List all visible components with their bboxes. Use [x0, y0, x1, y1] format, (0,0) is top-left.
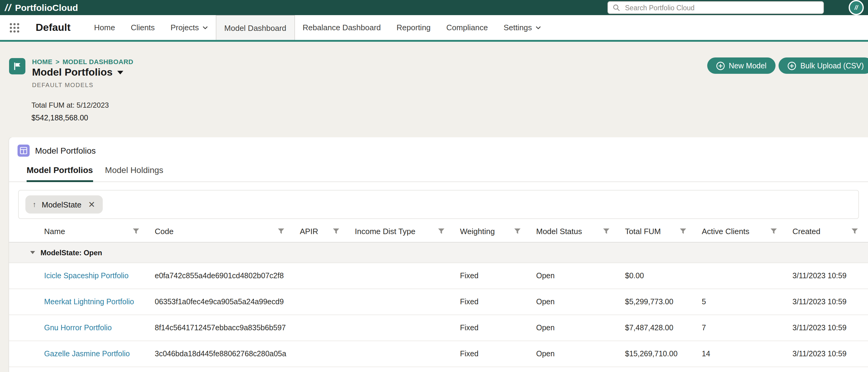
cell-active-clients: 14 [696, 350, 787, 358]
cell-total-fum: $7,487,428.00 [620, 324, 696, 332]
column-header-total-fum[interactable]: Total FUM [620, 220, 696, 242]
filter-funnel-icon[interactable] [438, 227, 445, 235]
page-header: HOME > MODEL DASHBOARD Model Portfolios … [0, 42, 868, 137]
table-row[interactable]: Icicle Spaceship Portfolio e0fa742c855a4… [9, 263, 868, 289]
filter-funnel-icon[interactable] [132, 227, 140, 235]
cell-created: 3/11/2023 10:59 [787, 297, 868, 306]
app-launcher-icon[interactable] [9, 22, 20, 33]
portfolio-link[interactable]: Gazelle Jasmine Portfolio [44, 350, 130, 358]
nav-item-home[interactable]: Home [86, 15, 123, 40]
cell-created: 3/11/2023 10:59 [787, 350, 868, 358]
brand-name: PortfolioCloud [15, 2, 78, 13]
nav-item-label: Home [94, 23, 115, 32]
column-header-income-dist-type[interactable]: Income Dist Type [349, 220, 455, 242]
search-icon [613, 4, 620, 11]
nav-items: Home Clients Projects Model Dashboard Re… [86, 15, 549, 40]
model-dashboard-flag-icon [9, 58, 25, 75]
portfolio-link[interactable]: Meerkat Lightning Portfolio [44, 297, 134, 306]
cell-model-status: Open [531, 271, 620, 280]
breadcrumb-separator: > [56, 58, 60, 65]
search-input[interactable] [624, 3, 818, 12]
card-header: Model Portfolios [9, 137, 868, 157]
title-dropdown-caret-icon[interactable] [117, 71, 123, 75]
cell-code: 06353f1a0fec4e9ca905a5a24a99ecd9 [149, 297, 294, 306]
cell-active-clients: 5 [696, 297, 787, 306]
tab-model-portfolios[interactable]: Model Portfolios [27, 165, 93, 182]
sort-ascending-icon: ↑ [33, 200, 36, 209]
brand-logo[interactable]: // PortfolioCloud [0, 2, 78, 13]
filter-funnel-icon[interactable] [333, 227, 340, 235]
new-model-button[interactable]: New Model [707, 57, 776, 74]
filter-funnel-icon[interactable] [514, 227, 521, 235]
portfolio-link[interactable]: Icicle Spaceship Portfolio [44, 271, 128, 280]
chevron-down-icon [203, 26, 208, 29]
breadcrumb-model-dashboard[interactable]: MODEL DASHBOARD [63, 58, 133, 65]
nav-item-compliance[interactable]: Compliance [438, 15, 496, 40]
sort-chip-label: ModelState [42, 200, 82, 209]
filter-funnel-icon[interactable] [277, 227, 285, 235]
table-row[interactable]: Gnu Horror Portfolio 8f14c5641712457ebba… [9, 315, 868, 341]
nav-item-label: Projects [170, 23, 199, 32]
nav-item-settings[interactable]: Settings [496, 15, 549, 40]
tab-model-holdings[interactable]: Model Holdings [105, 165, 163, 182]
collapse-caret-icon[interactable] [30, 251, 35, 254]
cell-active-clients: 7 [696, 324, 787, 332]
breadcrumb-home[interactable]: HOME [32, 58, 53, 65]
remove-icon[interactable]: ✕ [88, 200, 95, 209]
cell-total-fum: $15,269,710.00 [620, 350, 696, 358]
table-icon [18, 145, 30, 157]
filter-funnel-icon[interactable] [770, 227, 777, 235]
nav-item-projects[interactable]: Projects [163, 15, 216, 40]
column-label: Model Status [536, 227, 582, 236]
column-header-code[interactable]: Code [149, 220, 294, 242]
table-header-row: Name Code APIR Income Dist Type Weightin… [9, 220, 868, 242]
cell-created: 3/11/2023 10:59 [787, 271, 868, 280]
card-title: Model Portfolios [35, 146, 96, 155]
column-label: Active Clients [702, 227, 749, 236]
nav-item-label: Compliance [446, 23, 488, 32]
cell-code: 3c046bda18d445fe88062768c280a05a [149, 350, 294, 358]
filter-funnel-icon[interactable] [679, 227, 687, 235]
add-icon [787, 61, 796, 70]
nav-item-clients[interactable]: Clients [123, 15, 163, 40]
fum-value: $542,188,568.00 [31, 113, 868, 122]
cell-model-status: Open [531, 350, 620, 358]
nav-item-label: Settings [503, 23, 532, 32]
table-row[interactable]: Gazelle Jasmine Portfolio 3c046bda18d445… [9, 341, 868, 367]
filter-funnel-icon[interactable] [851, 227, 858, 235]
cell-model-status: Open [531, 297, 620, 306]
page-subtitle: DEFAULT MODELS [32, 81, 133, 88]
column-label: Weighting [460, 227, 495, 236]
column-label: APIR [300, 227, 318, 236]
nav-item-rebalance-dashboard[interactable]: Rebalance Dashboard [295, 15, 389, 40]
group-label: ModelState: Open [40, 248, 102, 257]
nav-item-reporting[interactable]: Reporting [389, 15, 438, 40]
group-row-modelstate-open[interactable]: ModelState: Open [9, 242, 868, 263]
table-row[interactable]: Meerkat Lightning Portfolio 06353f1a0fec… [9, 289, 868, 315]
column-header-active-clients[interactable]: Active Clients [696, 220, 787, 242]
column-label: Name [44, 227, 65, 236]
column-header-model-status[interactable]: Model Status [531, 220, 620, 242]
nav-item-label: Rebalance Dashboard [303, 23, 381, 32]
sort-chip-modelstate[interactable]: ↑ ModelState ✕ [25, 195, 102, 213]
header-badge-icon[interactable]: // [849, 0, 864, 15]
chevron-down-icon [535, 26, 541, 29]
portfolio-link[interactable]: Gnu Horror Portfolio [44, 324, 112, 332]
column-header-name[interactable]: Name [9, 220, 149, 242]
column-header-apir[interactable]: APIR [294, 220, 349, 242]
cell-total-fum: $5,299,773.00 [620, 297, 696, 306]
cell-weighting: Fixed [455, 297, 531, 306]
column-header-weighting[interactable]: Weighting [455, 220, 531, 242]
nav-item-model-dashboard[interactable]: Model Dashboard [216, 15, 295, 40]
app-window: // PortfolioCloud // Default Home [0, 0, 868, 372]
column-header-created[interactable]: Created [787, 220, 868, 242]
nav-item-label: Model Dashboard [224, 23, 286, 32]
cell-created: 3/11/2023 10:59 [787, 324, 868, 332]
filter-bar: ↑ ModelState ✕ [18, 190, 859, 219]
global-header: // PortfolioCloud // [0, 0, 868, 15]
brand-slashes-icon: // [5, 2, 11, 13]
cell-code: e0fa742c855a4de6901cd4802b07c2f8 [149, 271, 294, 280]
bulk-upload-button[interactable]: Bulk Upload (CSV) [779, 57, 868, 74]
filter-funnel-icon[interactable] [602, 227, 610, 235]
global-search[interactable] [608, 1, 824, 14]
